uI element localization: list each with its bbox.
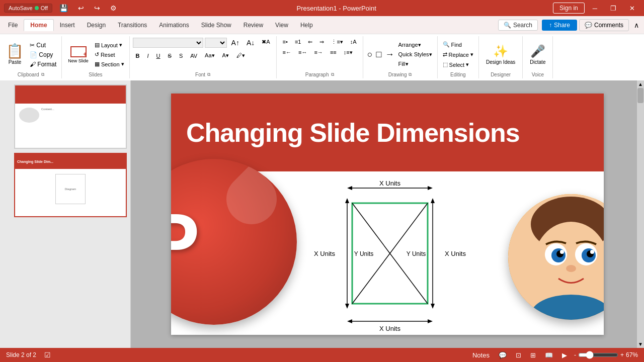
section-icon: ▦ [95,61,100,67]
font-family-select[interactable] [133,38,203,48]
zoom-slider[interactable] [578,351,618,359]
bullets-button[interactable]: ≡• [280,37,291,47]
clipboard-expand-icon[interactable]: ⧉ [41,72,44,77]
section-button[interactable]: ▦ Section ▾ [93,60,126,68]
align-center-button[interactable]: ≡↔ [295,48,310,57]
increase-indent-button[interactable]: ⇒ [316,37,327,47]
tab-slideshow[interactable]: Slide Show [195,20,237,31]
slideshow-view-button[interactable]: ▶ [560,350,569,360]
paste-button[interactable]: 📋 Paste [3,41,27,69]
bold-button[interactable]: B [133,51,143,60]
cut-button[interactable]: ✂ Cut [28,41,58,50]
autosave-indicator [35,6,39,10]
new-slide-button[interactable]: New Slide [65,45,92,65]
paragraph-expand-icon[interactable]: ⧉ [331,72,334,77]
search-box[interactable]: 🔍 Search [498,20,538,31]
redo-button[interactable]: ↪ [91,3,103,13]
find-button[interactable]: 🔍 Find [441,40,475,49]
design-ideas-button[interactable]: ✨ Design Ideas [482,42,519,67]
save-button[interactable]: 💾 [56,3,71,13]
svg-marker-21 [345,304,349,309]
svg-text:Y Units: Y Units [354,250,373,257]
select-button[interactable]: ⬚ Select ▾ [441,60,475,69]
font-size-decrease-button[interactable]: A↓ [244,37,258,48]
tab-help[interactable]: Help [294,20,319,31]
shadow-button[interactable]: S [176,51,186,60]
scroll-thumb[interactable] [637,88,643,103]
font-size-select[interactable] [205,38,227,48]
align-left-button[interactable]: ≡← [280,48,294,57]
quick-styles-button[interactable]: Quick Styles▾ [396,50,434,59]
notes-button[interactable]: Notes [470,350,492,360]
normal-view-button[interactable]: ⊡ [514,350,523,360]
reading-view-button[interactable]: 📖 [543,350,555,360]
shape-fill-button[interactable]: Fill▾ [396,60,434,68]
dictate-icon: 🎤 [530,44,545,58]
copy-button[interactable]: 📄 Copy [28,50,58,59]
line-spacing-button[interactable]: ↕≡▾ [341,48,356,57]
arrange-button[interactable]: Arrange▾ [396,41,434,49]
tab-file[interactable]: File [2,20,24,31]
numbering-button[interactable]: ≡1 [292,37,304,47]
char-spacing-button[interactable]: AV [187,51,200,60]
italic-button[interactable]: I [144,51,152,60]
decrease-indent-button[interactable]: ⇐ [305,37,315,47]
slide-2-thumbnail[interactable]: Changing Slide Dim... Diagram [14,153,127,217]
replace-button[interactable]: ⇄ Replace ▾ [441,50,475,59]
collapse-ribbon-button[interactable]: ∧ [631,20,642,30]
sign-in-button[interactable]: Sign in [553,3,585,14]
minimize-button[interactable]: ─ [588,4,602,13]
restore-button[interactable]: ❐ [605,4,621,13]
close-button[interactable]: ✕ [624,4,640,13]
scroll-up-button[interactable]: ▲ [637,80,644,88]
comments-button[interactable]: 💬 Comments [579,19,629,31]
titlebar: AutoSave Off 💾 ↩ ↪ ⚙ Presentation1 - Pow… [0,0,644,16]
tab-design[interactable]: Design [81,20,112,31]
tab-review[interactable]: Review [237,20,269,31]
svg-marker-16 [347,186,352,190]
slide-1-thumbnail[interactable]: Content... [14,84,127,149]
slide-sorter-button[interactable]: ⊞ [528,350,538,360]
highlight-button[interactable]: 🖊▾ [233,51,248,60]
align-right-button[interactable]: ≡→ [311,48,326,57]
layout-button[interactable]: ▤ Layout ▾ [93,41,126,49]
tab-insert[interactable]: Insert [54,20,81,31]
reset-button[interactable]: ↺ Reset [93,50,126,59]
tab-animations[interactable]: Animations [153,20,195,31]
font-size-increase-button[interactable]: A↑ [228,37,243,48]
dictate-button[interactable]: 🎤 Dictate [526,42,549,67]
comments-status-button[interactable]: 💬 [497,350,509,360]
customize-btn[interactable]: ⚙ [107,3,120,13]
rectangle-shape[interactable]: □ [375,48,383,61]
oval-shape[interactable]: ○ [366,48,374,61]
ribbon-tabs: File Home Insert Design Transitions Anim… [0,16,644,34]
justify-button[interactable]: ≡≡ [327,48,340,57]
zoom-out-button[interactable]: - [574,351,576,358]
font-color-button[interactable]: A▾ [219,51,232,60]
vertical-scrollbar[interactable]: ▲ ▼ [637,80,644,348]
scroll-down-button[interactable]: ▼ [637,340,644,348]
strikethrough-button[interactable]: S [165,51,175,60]
font-expand-icon[interactable]: ⧉ [207,72,210,77]
column-button[interactable]: ⋮≡▾ [328,37,346,47]
slide-title: Changing Slide Dimensions [186,118,520,148]
accessibility-button[interactable]: ☑ [44,351,51,359]
tab-home[interactable]: Home [24,19,53,31]
change-case-button[interactable]: Aa▾ [202,51,217,60]
zoom-level: 67% [626,351,638,358]
drawing-expand-icon[interactable]: ⧉ [409,72,412,77]
tab-view[interactable]: View [269,20,294,31]
share-button[interactable]: ↑ Share [542,20,577,31]
select-chevron: ▾ [466,61,469,68]
arrow-shape[interactable]: → [384,48,395,61]
undo-button[interactable]: ↩ [75,3,87,13]
autosave-button[interactable]: AutoSave Off [4,4,52,13]
tab-transitions[interactable]: Transitions [112,20,153,31]
zoom-in-button[interactable]: + [620,351,624,358]
clear-format-button[interactable]: ✖A [259,37,273,48]
slide-panel: 1 Content... 2 Chang [0,80,131,348]
format-painter-button[interactable]: 🖌 Format [28,60,58,69]
underline-button[interactable]: U [153,51,164,60]
text-direction-button[interactable]: ↕A [347,37,360,47]
replace-icon: ⇄ [443,51,447,58]
